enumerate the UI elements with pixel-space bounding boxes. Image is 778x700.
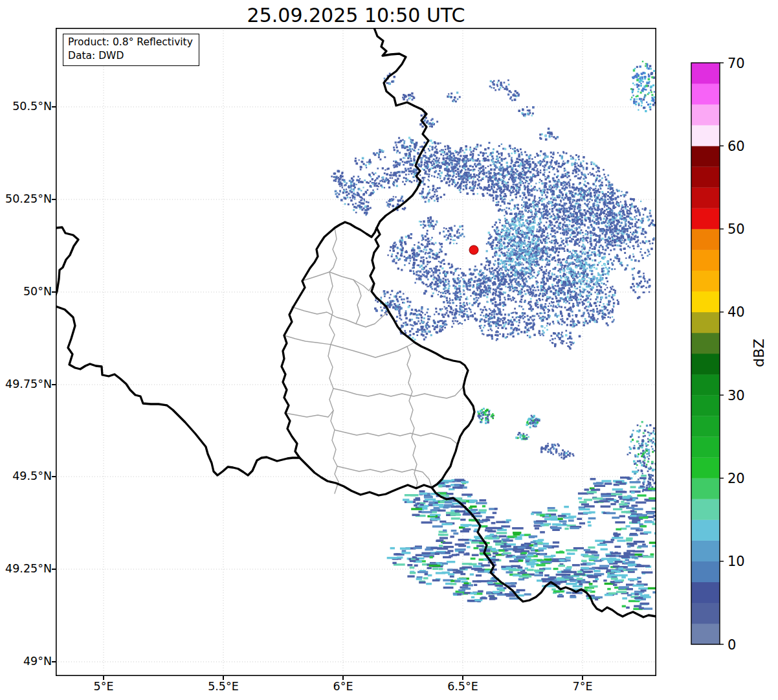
radar-map: [56, 28, 656, 676]
colorbar-cells: [691, 63, 720, 644]
y-tick-label: 49°N: [1, 655, 52, 668]
y-tick-mark: [52, 476, 56, 477]
radar-echoes: [331, 61, 656, 610]
x-tick-label: 6°E: [314, 680, 372, 693]
x-tick-label: 6.5°E: [434, 680, 492, 693]
y-tick-mark: [52, 384, 56, 385]
y-tick-label: 49.5°N: [1, 469, 52, 482]
radar-site-marker: [469, 245, 478, 254]
x-tick-label: 5°E: [74, 680, 133, 693]
colorbar-tick-label: 10: [728, 554, 745, 569]
colorbar-tick-label: 60: [728, 139, 745, 154]
y-tick-mark: [52, 199, 56, 199]
colorbar-tick-label: 20: [728, 471, 745, 486]
y-tick-mark: [52, 569, 56, 569]
product-line: Product: 0.8° Reflectivity: [68, 36, 193, 49]
product-info-box: Product: 0.8° Reflectivity Data: DWD: [63, 34, 199, 66]
colorbar-tick-label: 50: [728, 221, 745, 237]
y-tick-mark: [52, 291, 56, 292]
y-tick-label: 50°N: [1, 285, 52, 298]
y-tick-mark: [52, 661, 56, 662]
colorbar-tick-label: 30: [728, 388, 745, 403]
y-tick-label: 50.25°N: [1, 192, 52, 205]
page-title: 25.09.2025 10:50 UTC: [56, 4, 656, 27]
colorbar-tick-label: 40: [728, 304, 745, 320]
colorbar-tick-label: 70: [728, 56, 745, 71]
radar-figure: 25.09.2025 10:50 UTC 5°E5.5°E6°E6.5°E7°E…: [0, 0, 778, 700]
colorbar-tick-label: 0: [728, 637, 736, 653]
y-tick-label: 50.5°N: [1, 100, 52, 113]
y-tick-label: 49.75°N: [1, 378, 52, 390]
colorbar-ticks: 010203040506070: [720, 56, 745, 653]
colorbar-unit-label: dBZ: [751, 333, 769, 373]
x-tick-label: 5.5°E: [194, 680, 252, 693]
data-source-line: Data: DWD: [68, 49, 193, 63]
y-tick-mark: [52, 106, 56, 107]
y-tick-label: 49.25°N: [1, 562, 52, 575]
x-tick-label: 7°E: [553, 680, 612, 693]
